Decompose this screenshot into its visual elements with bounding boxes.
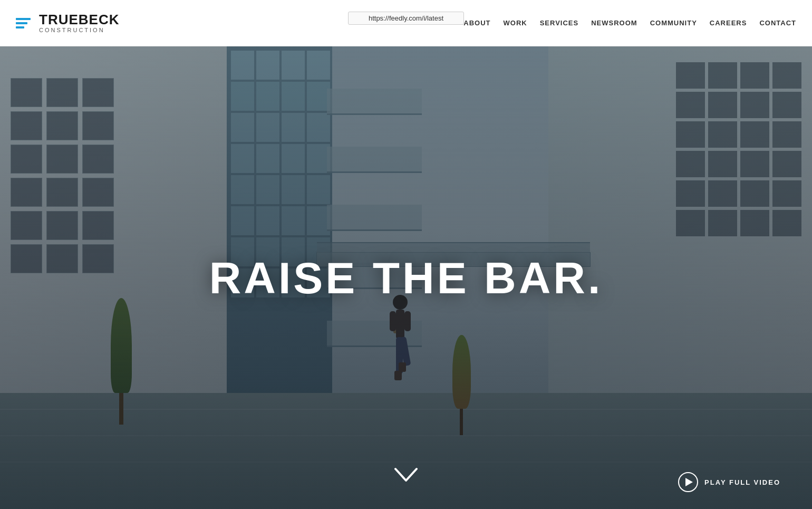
hero-content: RAISE THE BAR. <box>0 46 812 509</box>
logo-stripe-3 <box>16 26 24 28</box>
logo-stripe-1 <box>16 18 31 20</box>
play-triangle-icon <box>685 478 693 486</box>
play-icon <box>678 472 698 492</box>
hero-section: RAISE THE BAR. PLAY FULL VIDEO <box>0 46 812 509</box>
scroll-chevron[interactable] <box>393 466 419 485</box>
url-bar-wrapper: https://feedly.com/i/latest <box>348 12 464 25</box>
nav-newsroom[interactable]: NEWSROOM <box>591 17 637 29</box>
nav-contact[interactable]: CONTACT <box>759 17 796 29</box>
nav-about[interactable]: ABOUT <box>463 17 490 29</box>
chevron-down-icon <box>393 466 419 483</box>
nav-services[interactable]: SERVICES <box>540 17 579 29</box>
logo[interactable]: TRUEBECK CONSTRUCTION <box>16 13 119 33</box>
play-video-label: PLAY FULL VIDEO <box>704 478 780 486</box>
nav-work[interactable]: WORK <box>504 17 527 29</box>
nav-community[interactable]: COMMUNITY <box>650 17 697 29</box>
logo-subtitle: CONSTRUCTION <box>39 27 119 33</box>
hero-headline: RAISE THE BAR. <box>209 256 603 300</box>
logo-stripe-2 <box>16 22 27 24</box>
nav-careers[interactable]: CAREERS <box>710 17 747 29</box>
main-nav: ABOUT WORK SERVICES NEWSROOM COMMUNITY C… <box>463 17 796 29</box>
site-header: TRUEBECK CONSTRUCTION https://feedly.com… <box>0 0 812 46</box>
logo-text: TRUEBECK CONSTRUCTION <box>39 13 119 33</box>
logo-icon <box>16 18 31 28</box>
url-bar[interactable]: https://feedly.com/i/latest <box>348 12 464 25</box>
play-video-button[interactable]: PLAY FULL VIDEO <box>678 472 780 492</box>
logo-company-name: TRUEBECK <box>39 13 119 26</box>
